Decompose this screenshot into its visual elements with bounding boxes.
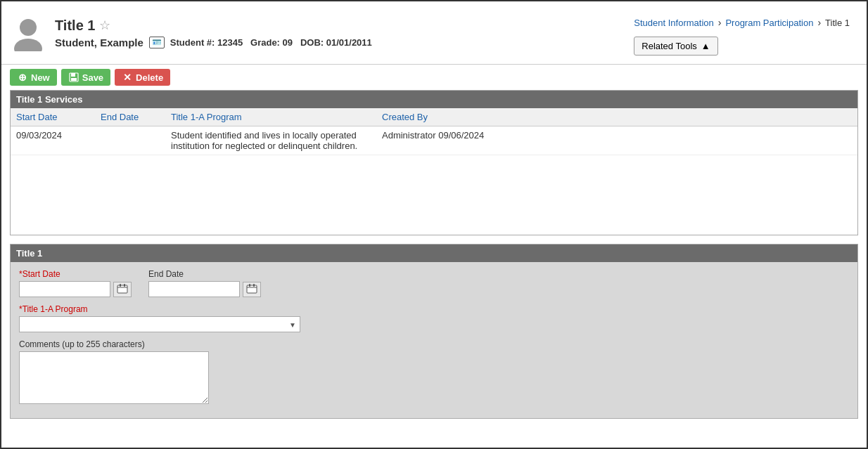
svg-rect-4 [71,78,77,81]
form-row-comments: Comments (up to 255 characters) [19,339,849,404]
header-right: Student Information › Program Participat… [634,10,858,56]
avatar [10,15,46,51]
student-meta: Student #: 12345 Grade: 09 DOB: 01/01/20… [170,37,372,48]
start-date-label: *Start Date [19,269,132,279]
svg-rect-5 [117,285,127,293]
save-icon [68,72,79,83]
start-date-input[interactable] [19,281,110,297]
delete-icon: ✕ [122,72,133,83]
program-select[interactable] [19,316,300,332]
col-start-date[interactable]: Start Date [11,108,95,126]
new-button[interactable]: ⊕ New [10,69,57,86]
svg-point-1 [14,39,42,51]
program-select-wrap [19,316,300,332]
related-tools-button[interactable]: Related Tools ▲ [634,37,717,56]
svg-point-0 [20,19,37,36]
form-content: *Start Date [11,262,857,418]
cell-program: Student identified and lives in locally … [165,126,376,155]
toolbar: ⊕ New Save ✕ Delete [1,65,867,90]
cell-end-date [95,126,165,155]
form-section: Title 1 *Start Date [10,244,858,419]
start-date-calendar-icon [117,284,128,295]
student-dob-label: DOB: [300,37,324,48]
student-number-value: 12345 [217,37,243,48]
end-date-calendar-button[interactable] [243,282,261,297]
end-date-input[interactable] [148,281,240,297]
breadcrumb-program-participation[interactable]: Program Participation [725,18,813,28]
related-tools-label: Related Tools [642,41,697,51]
comments-label: Comments (up to 255 characters) [19,339,209,349]
student-grade-label: Grade: [250,37,280,48]
svg-rect-12 [253,284,255,287]
main-content: Title 1 Services Start Date End Date Tit… [1,90,867,427]
favorite-star-icon[interactable]: ☆ [99,18,110,33]
services-section-header: Title 1 Services [11,91,857,108]
start-date-input-wrap [19,281,132,297]
comments-field: Comments (up to 255 characters) [19,339,209,404]
header-info: Title 1 ☆ Student, Example 🪪 Student #: … [55,18,634,48]
form-row-program: *Title 1-A Program [19,304,849,332]
svg-rect-8 [124,284,125,287]
end-date-calendar-icon [246,284,257,295]
services-table: Start Date End Date Title 1-A Program Cr… [11,108,857,155]
start-date-calendar-button[interactable] [113,282,132,297]
form-section-header: Title 1 [11,245,857,262]
breadcrumb-current: Title 1 [825,18,850,28]
svg-rect-3 [71,73,75,77]
breadcrumb: Student Information › Program Participat… [634,10,850,28]
student-dob-value: 01/01/2011 [326,37,372,48]
page-title: Title 1 [55,18,95,34]
svg-rect-9 [247,285,257,293]
col-created-by[interactable]: Created By [376,108,857,126]
breadcrumb-sep-1: › [718,17,722,28]
program-field: *Title 1-A Program [19,304,300,332]
services-section: Title 1 Services Start Date End Date Tit… [10,90,858,235]
student-number-label: Student #: [170,37,215,48]
svg-rect-11 [249,284,250,287]
comments-textarea[interactable] [19,351,209,404]
col-end-date[interactable]: End Date [95,108,165,126]
related-tools-chevron-icon: ▲ [701,41,710,51]
delete-button[interactable]: ✕ Delete [115,69,170,86]
breadcrumb-student-info[interactable]: Student Information [634,18,713,28]
program-label: *Title 1-A Program [19,304,300,314]
start-date-field: *Start Date [19,269,132,297]
svg-rect-7 [120,284,121,287]
student-name: Student, Example [55,37,143,48]
breadcrumb-sep-2: › [817,17,821,28]
services-table-head: Start Date End Date Title 1-A Program Cr… [11,108,857,126]
end-date-input-wrap [148,281,261,297]
new-icon: ⊕ [17,72,28,83]
save-button[interactable]: Save [61,69,110,86]
student-grade-value: 09 [283,37,293,48]
end-date-label: End Date [148,269,261,279]
services-table-area: Start Date End Date Title 1-A Program Cr… [11,108,857,235]
col-program[interactable]: Title 1-A Program [165,108,376,126]
new-label: New [31,72,50,83]
save-label: Save [82,72,103,83]
delete-label: Delete [136,72,163,83]
end-date-field: End Date [148,269,261,297]
student-id-card-icon[interactable]: 🪪 [149,37,165,48]
form-row-dates: *Start Date [19,269,849,297]
services-table-body: 09/03/2024 Student identified and lives … [11,126,857,155]
table-row[interactable]: 09/03/2024 Student identified and lives … [11,126,857,155]
cell-start-date: 09/03/2024 [11,126,95,155]
cell-created-by: Administrator 09/06/2024 [376,126,857,155]
